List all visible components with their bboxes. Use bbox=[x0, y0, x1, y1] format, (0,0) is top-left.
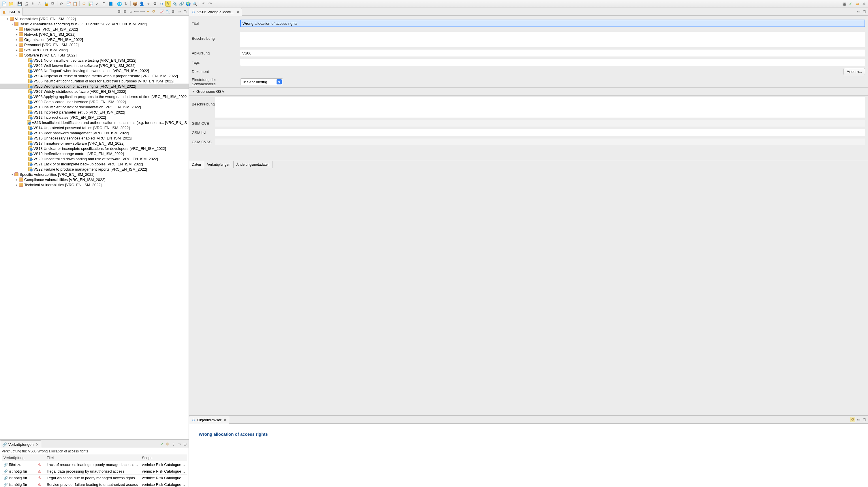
plugin-icon[interactable]: ⚙ bbox=[81, 1, 87, 7]
tab-data[interactable]: Daten bbox=[189, 161, 204, 169]
menu-icon[interactable]: ⋮ bbox=[171, 442, 176, 447]
undo-icon[interactable]: ↶ bbox=[201, 1, 207, 7]
chart-icon[interactable]: 📊 bbox=[88, 1, 93, 7]
tree-node[interactable]: ▾Basic vulnerabilities according to ISO/… bbox=[0, 21, 189, 27]
chart2-icon[interactable]: 📉 bbox=[165, 9, 170, 14]
tree-toggle-icon[interactable]: ▸ bbox=[15, 183, 19, 187]
tree-node[interactable]: VS21 Lack of or incomplete back-up copie… bbox=[0, 161, 189, 167]
maximize-icon[interactable]: ▢ bbox=[182, 442, 187, 447]
tree-toggle-icon[interactable]: ▸ bbox=[15, 33, 19, 36]
tree-node[interactable]: ▸Organization [VRC_EN_ISM_2022] bbox=[0, 37, 189, 42]
tree-node[interactable]: VS06 Wrong allocation of access rights [… bbox=[0, 84, 189, 89]
tab-links[interactable]: 🔗 Verknüpfungen ✕ bbox=[0, 440, 41, 448]
tree-node[interactable]: ▾Software [VRC_EN_ISM_2022] bbox=[0, 53, 189, 58]
tree-node[interactable]: VS17 Immature or new software [VRC_EN_IS… bbox=[0, 141, 189, 146]
home-icon[interactable]: ⌂ bbox=[128, 9, 133, 14]
search-icon[interactable]: 🔍 bbox=[192, 1, 197, 7]
tree-node[interactable]: ▾Specific Vulnerabilities [VRC_EN_ISM_20… bbox=[0, 172, 189, 177]
tab-editor[interactable]: ⟨⟩ VS06 Wrong allocati... ✕ bbox=[189, 8, 242, 16]
gsm-desc-field[interactable] bbox=[215, 97, 865, 118]
clipboard-icon[interactable]: 📋 bbox=[72, 1, 78, 7]
expand-all-icon[interactable]: ⤢ bbox=[159, 442, 164, 447]
tree-node[interactable]: VS02 Well-known flaws in the software [V… bbox=[0, 63, 189, 68]
user-icon[interactable]: 👤 bbox=[139, 1, 145, 7]
tree-toggle-icon[interactable]: ▾ bbox=[10, 173, 14, 176]
edit-icon[interactable]: ✎ bbox=[165, 1, 171, 7]
tree-node[interactable]: VS12 Incorrect dates [VRC_EN_ISM_2022] bbox=[0, 115, 189, 120]
world-icon[interactable]: 🌐 bbox=[117, 1, 122, 7]
doc-small-icon[interactable]: 🗎 bbox=[171, 9, 176, 14]
tree-node[interactable]: VS03 No "logout" when leaving the workst… bbox=[0, 68, 189, 73]
tree-node[interactable]: VS07 Widely-distributed software [VRC_EN… bbox=[0, 89, 189, 94]
tree-node[interactable]: VS10 Insufficient or lack of documentati… bbox=[0, 104, 189, 109]
table-row[interactable]: 🔗 ist nötig für⚠Legal violations due to … bbox=[2, 475, 187, 481]
book-icon[interactable]: 📘 bbox=[107, 1, 113, 7]
filter-icon[interactable]: ✦ bbox=[145, 9, 151, 14]
tree-toggle-icon[interactable]: ▾ bbox=[6, 17, 9, 21]
minimize-icon[interactable]: ▭ bbox=[856, 9, 861, 14]
link-icon[interactable]: 🔗 bbox=[179, 1, 184, 7]
molecule-icon[interactable]: ⚛ bbox=[861, 1, 867, 7]
code-icon[interactable]: ⟨⟩ bbox=[159, 1, 164, 7]
tree-node[interactable]: ▸Hardware [VRC_EN_ISM_2022] bbox=[0, 27, 189, 32]
doc-icon[interactable]: 📑 bbox=[65, 1, 71, 7]
tree-toggle-icon[interactable]: ▾ bbox=[15, 54, 19, 57]
tree-node[interactable]: VS11 Incorrect parameter set up [VRC_EN_… bbox=[0, 109, 189, 115]
tree-node[interactable]: VS14 Unprotected password tables [VRC_EN… bbox=[0, 125, 189, 130]
tree-node[interactable]: VS01 No or insufficient software testing… bbox=[0, 58, 189, 63]
add-icon[interactable]: ⊞ bbox=[117, 9, 122, 14]
tree-node[interactable]: ▸Compliance vulnerabilities [VRC_EN_ISM_… bbox=[0, 177, 189, 182]
tree-node[interactable]: VS20 Uncontrolled downloading and use of… bbox=[0, 156, 189, 161]
tags-field[interactable] bbox=[240, 59, 865, 66]
cycle-icon[interactable]: ♻ bbox=[152, 1, 158, 7]
tree-node[interactable]: VS13 Insufficient identification and aut… bbox=[0, 120, 189, 125]
maximize-icon[interactable]: ▢ bbox=[862, 9, 867, 14]
remove-icon[interactable]: ⊟ bbox=[122, 9, 127, 14]
minimize-icon[interactable]: ▭ bbox=[177, 442, 182, 447]
tree-toggle-icon[interactable]: ▸ bbox=[15, 38, 19, 41]
tree-icon[interactable]: ⯐ bbox=[850, 417, 855, 422]
gsm-cvss-field[interactable] bbox=[215, 138, 865, 145]
tree-node[interactable]: VS15 Poor password management [VRC_EN_IS… bbox=[0, 130, 189, 135]
tree-node[interactable]: VS05 Insufficient configuration of logs … bbox=[0, 78, 189, 84]
tree-node[interactable]: ▸Technical Vulnerabilities [VRC_EN_ISM_2… bbox=[0, 182, 189, 187]
section-greenbone[interactable]: ▼ Greenbone GSM bbox=[189, 87, 868, 96]
attach-icon[interactable]: 📎 bbox=[172, 1, 178, 7]
tree-toggle-icon[interactable]: ▾ bbox=[10, 23, 14, 26]
tree-node[interactable]: VS16 Unnecessary services enabled [VRC_E… bbox=[0, 135, 189, 141]
tree-node[interactable]: ▸Site [VRC_EN_ISM_2022] bbox=[0, 47, 189, 53]
box-icon[interactable]: 📦 bbox=[132, 1, 138, 7]
refresh-icon[interactable]: ⟳ bbox=[59, 1, 65, 7]
abbrev-field[interactable] bbox=[240, 50, 865, 57]
tree-toggle-icon[interactable]: ▸ bbox=[15, 178, 19, 181]
tab-ism[interactable]: ◧ ISM ✕ bbox=[0, 8, 23, 16]
col-link[interactable]: Verknüpfung bbox=[2, 454, 36, 461]
tab-links-bottom[interactable]: Verknüpfungen bbox=[204, 161, 234, 168]
tree-node[interactable]: ▸Network [VRC_EN_ISM_2022] bbox=[0, 32, 189, 37]
maximize-icon[interactable]: ▢ bbox=[182, 9, 187, 14]
open-icon[interactable]: 📁 bbox=[8, 1, 13, 7]
redo-icon[interactable]: ↻ bbox=[123, 1, 129, 7]
copy-icon[interactable]: ⧉ bbox=[50, 1, 56, 7]
new-icon[interactable]: 📄 bbox=[1, 1, 7, 7]
back-icon[interactable]: ⟵ bbox=[134, 9, 139, 14]
redo2-icon[interactable]: ↷ bbox=[207, 1, 213, 7]
tab-changemeta[interactable]: Änderungsmetadaten bbox=[234, 161, 273, 168]
close-icon[interactable]: ✕ bbox=[17, 10, 21, 14]
tree-node[interactable]: VS19 Ineffective change control [VRC_EN_… bbox=[0, 151, 189, 156]
minimize-icon[interactable]: ▭ bbox=[856, 417, 861, 422]
print-icon[interactable]: 🖨 bbox=[23, 1, 29, 7]
tree-toggle-icon[interactable]: ▸ bbox=[15, 43, 19, 46]
shield-icon[interactable]: ✔ bbox=[848, 1, 854, 7]
tree-icon[interactable]: ⯐ bbox=[151, 9, 156, 14]
collapse-all-icon[interactable]: ⯐ bbox=[165, 442, 170, 447]
arrow-icon[interactable]: ➜ bbox=[145, 1, 151, 7]
tree-node[interactable]: VS18 Unclear or incomplete specification… bbox=[0, 146, 189, 151]
tree-area[interactable]: ▾Vulnerabilities [VRC_EN_ISM_2022]▾Basic… bbox=[0, 15, 189, 440]
close-icon[interactable]: ✕ bbox=[223, 418, 227, 422]
tab-objectbrowser[interactable]: ⟨⟩ Objektbrowser ✕ bbox=[189, 416, 229, 424]
classification-select[interactable]: 0: Sehr niedrig ⇅ bbox=[240, 78, 283, 85]
layout-icon[interactable]: ▦ bbox=[841, 1, 847, 7]
tree-node[interactable]: VS09 Complicated user interface [VRC_EN_… bbox=[0, 99, 189, 104]
close-icon[interactable]: ✕ bbox=[236, 10, 240, 14]
